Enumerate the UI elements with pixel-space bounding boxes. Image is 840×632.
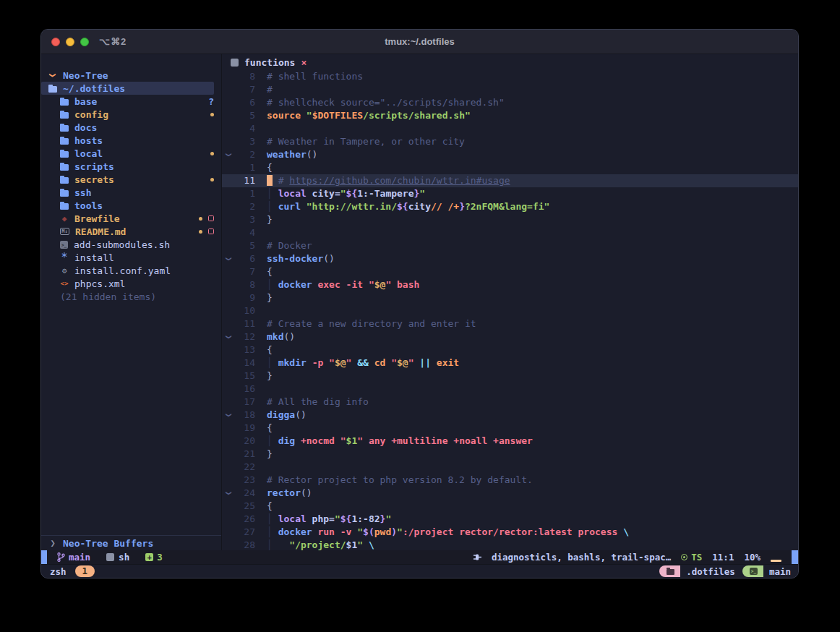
code-line[interactable]: 15} <box>222 370 798 383</box>
tree-item--dotfiles[interactable]: ~/.dotfiles <box>41 82 214 95</box>
code-line[interactable]: 14│ mkdir -p "$@" && cd "$@" || exit <box>222 356 798 370</box>
fold-column <box>222 96 235 109</box>
line-number: 11 <box>235 317 255 330</box>
line-number: 17 <box>235 396 255 409</box>
cursor-position: 11:1 <box>712 552 734 563</box>
code-text: # <box>267 83 273 96</box>
fold-chevron-icon[interactable]: ❯ <box>222 409 235 422</box>
code-line[interactable]: 20│ dig +nocmd "$1" any +multiline +noal… <box>222 435 798 448</box>
mode-indicator-block <box>41 550 47 564</box>
code-line[interactable]: 6# shellcheck source="../scripts/shared.… <box>222 96 798 109</box>
nvim-area: ❯ Neo-Tree ~/.dotfilesbase?configdocshos… <box>41 54 798 550</box>
tree-item-base[interactable]: base? <box>41 95 214 108</box>
code-text: } <box>267 291 273 304</box>
code-line[interactable]: 25{ <box>222 500 798 513</box>
code-line[interactable]: 13{ <box>222 343 798 356</box>
tmux-session-name: zsh <box>50 566 67 577</box>
buffer-tab-label[interactable]: functions <box>244 57 295 68</box>
tree-item-secrets[interactable]: secrets <box>41 173 214 186</box>
fold-chevron-icon[interactable]: ❯ <box>222 148 235 161</box>
code-line-current[interactable]: 11 # https://github.com/chubin/wttr.in#u… <box>222 174 798 187</box>
code-line[interactable]: 8│ docker exec -it "$@" bash <box>222 278 798 291</box>
titlebar[interactable]: ⌥⌘2 tmux:~/.dotfiles <box>41 30 798 54</box>
tree-item-scripts[interactable]: scripts <box>41 160 214 173</box>
tmux-window-badge[interactable]: 1 <box>75 565 95 577</box>
code-line[interactable]: 7{ <box>222 265 798 278</box>
code-line[interactable]: 4 <box>222 226 798 239</box>
fold-column <box>222 161 235 174</box>
code-text: # shell functions <box>267 70 363 83</box>
code-line[interactable]: 5# Docker <box>222 239 798 252</box>
code-line[interactable]: 19{ <box>222 422 798 435</box>
progress-bar <box>771 560 781 562</box>
code-line[interactable]: 5source "$DOTFILES/scripts/shared.sh" <box>222 109 798 122</box>
folder-icon <box>667 569 674 575</box>
code-line[interactable]: ❯2weather() <box>222 148 798 161</box>
neo-tree-buffers-header[interactable]: ❯ Neo-Tree Buffers <box>41 535 221 550</box>
code-line[interactable]: ❯6ssh-docker() <box>222 252 798 265</box>
line-number: 14 <box>235 356 255 370</box>
code-line[interactable]: 17# All the dig info <box>222 396 798 409</box>
lsp-plug-icon <box>473 553 481 561</box>
treesitter-segment: TS <box>681 552 702 563</box>
code-line[interactable]: 26│ local php="${1:-82}" <box>222 513 798 526</box>
code-text: } <box>267 213 273 226</box>
tree-item-config[interactable]: config <box>41 108 214 121</box>
tree-item-hosts[interactable]: hosts <box>41 134 214 147</box>
code-text: } <box>267 370 273 383</box>
tree-item--21-hidden-items-[interactable]: (21 hidden items) <box>41 290 214 303</box>
buffer-tabline[interactable]: functions × <box>222 54 798 70</box>
fold-chevron-icon[interactable]: ❯ <box>222 487 235 500</box>
tree-item-readme-md[interactable]: M↓README.md <box>41 225 214 238</box>
tree-item-install[interactable]: *install <box>41 251 214 264</box>
tree-item-ssh[interactable]: ssh <box>41 186 214 199</box>
file-icon <box>106 553 114 561</box>
tree-item-tools[interactable]: tools <box>41 199 214 212</box>
code-text: │ mkdir -p "$@" && cd "$@" || exit <box>267 356 459 370</box>
code-line[interactable]: 23# Rector project to php version 8.2 by… <box>222 474 798 487</box>
code-line[interactable]: 21} <box>222 448 798 461</box>
scrollbar-thumb[interactable] <box>792 550 798 564</box>
fold-column <box>222 70 235 83</box>
fold-chevron-icon[interactable]: ❯ <box>222 330 235 343</box>
path-badge <box>659 565 680 577</box>
tree-item-install-conf-yaml[interactable]: ⚙install.conf.yaml <box>41 264 214 277</box>
tree-item-phpcs-xml[interactable]: <>phpcs.xml <box>41 277 214 290</box>
code-line[interactable]: 16 <box>222 383 798 396</box>
tree-item-docs[interactable]: docs <box>41 121 214 134</box>
fold-column <box>222 135 235 148</box>
code-line[interactable]: 3# Weather in Tampere, or other city <box>222 135 798 148</box>
code-line[interactable]: 10 <box>222 304 798 317</box>
terminal-icon: >_ <box>750 568 758 575</box>
code-line[interactable]: 9} <box>222 291 798 304</box>
code-line[interactable]: 3} <box>222 213 798 226</box>
close-buffer-icon[interactable]: × <box>301 57 307 68</box>
neo-tree-header[interactable]: ❯ Neo-Tree <box>41 69 214 82</box>
line-number: 21 <box>235 448 255 461</box>
diff-added-count: 3 <box>157 552 163 563</box>
tree-item-brewfile[interactable]: ◆Brewfile <box>41 212 214 225</box>
folder-icon <box>60 203 69 210</box>
code-line[interactable]: ❯12mkd() <box>222 330 798 343</box>
code-text: { <box>267 161 273 174</box>
code-line[interactable]: 22 <box>222 461 798 474</box>
code-line[interactable]: 4 <box>222 122 798 135</box>
code-line[interactable]: 27│ docker run -v "$(pwd)":/project rect… <box>222 526 798 539</box>
tree-item-add-submodules-sh[interactable]: >_add-submodules.sh <box>41 238 214 251</box>
line-number: 22 <box>235 461 255 474</box>
code-line[interactable]: 7# <box>222 83 798 96</box>
line-number: 24 <box>235 487 255 500</box>
code-line[interactable]: 8# shell functions <box>222 70 798 83</box>
line-number: 4 <box>235 122 255 135</box>
fold-chevron-icon[interactable]: ❯ <box>222 252 235 265</box>
tmux-statusbar: zsh 1 .dotfiles >_ main <box>41 564 798 578</box>
code-line[interactable]: ❯18digga() <box>222 409 798 422</box>
code-area[interactable]: 8# shell functions7#6# shellcheck source… <box>222 70 798 552</box>
code-line[interactable]: ❯24rector() <box>222 487 798 500</box>
code-line[interactable]: 11# Create a new directory and enter it <box>222 317 798 330</box>
code-line[interactable]: 2│ curl "http://wttr.in/${city// /+}?2nF… <box>222 200 798 213</box>
tree-item-label: scripts <box>74 161 114 172</box>
code-line[interactable]: 1{ <box>222 161 798 174</box>
code-line[interactable]: 1│ local city="${1:-Tampere}" <box>222 187 798 200</box>
tree-item-local[interactable]: local <box>41 147 214 160</box>
